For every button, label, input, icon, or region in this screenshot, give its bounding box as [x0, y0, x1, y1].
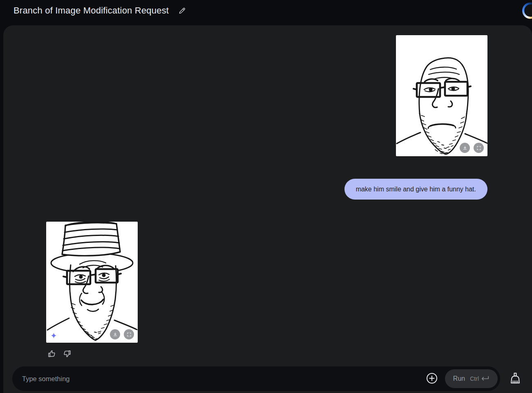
plus-glyph — [426, 372, 438, 384]
edit-title-button[interactable] — [177, 6, 187, 17]
thumbs-down-glyph — [63, 349, 72, 358]
run-label: Run — [453, 375, 465, 382]
user-uploaded-image[interactable] — [396, 35, 487, 156]
prompt-input[interactable] — [21, 375, 425, 383]
page-title: Branch of Image Modification Request — [13, 4, 169, 16]
pencil-icon — [178, 7, 186, 15]
image-action-bar — [460, 143, 484, 153]
user-message-bubble: make him smile and give him a funny hat. — [344, 179, 487, 200]
composer: Run Ctrl — [12, 366, 521, 391]
download-arrow — [112, 332, 118, 337]
download-arrow — [462, 145, 468, 151]
prompt-input-bar[interactable]: Run Ctrl — [12, 366, 500, 391]
feedback-row — [46, 349, 487, 359]
thumbs-up-icon[interactable] — [47, 349, 57, 359]
fullscreen-corners — [126, 332, 132, 337]
shortcut-key: Ctrl — [470, 375, 479, 382]
broom-glyph — [510, 372, 521, 384]
smiling-face-with-hat-drawing — [46, 222, 138, 343]
chat-thread: make him smile and give him a funny hat. — [3, 25, 532, 352]
run-shortcut: Ctrl — [470, 375, 490, 382]
generated-image[interactable] — [46, 222, 138, 343]
app-window: Branch of Image Modification Request — [0, 0, 532, 393]
thumbs-down-icon[interactable] — [62, 349, 72, 359]
fullscreen-icon[interactable] — [474, 143, 484, 153]
download-icon[interactable] — [110, 329, 120, 339]
chat-panel: make him smile and give him a funny hat. — [3, 25, 532, 393]
fullscreen-icon[interactable] — [124, 329, 134, 339]
plus-circle-icon[interactable] — [425, 372, 438, 385]
download-icon[interactable] — [460, 143, 470, 153]
fullscreen-corners — [476, 145, 482, 151]
thumbs-up-glyph — [47, 349, 56, 358]
header: Branch of Image Modification Request — [0, 0, 532, 25]
broom-icon[interactable] — [509, 372, 521, 385]
run-button[interactable]: Run Ctrl — [445, 369, 498, 388]
frowning-face-drawing — [396, 35, 487, 156]
image-action-bar — [110, 329, 134, 339]
avatar-icon[interactable] — [522, 2, 532, 19]
gemini-sparkle-icon — [50, 332, 57, 339]
return-arrow-icon — [481, 376, 490, 382]
